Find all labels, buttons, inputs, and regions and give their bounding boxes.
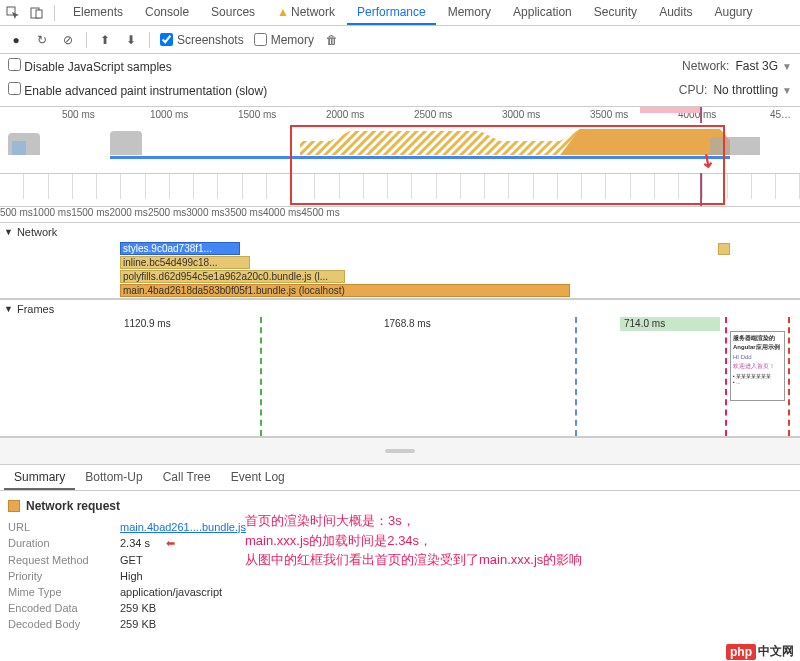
tab-console[interactable]: Console [135, 1, 199, 25]
record-button[interactable]: ● [8, 32, 24, 48]
network-item[interactable]: styles.9c0ad738f1... [120, 242, 240, 255]
detail-decoded: Decoded Body259 KB [8, 618, 792, 630]
network-swatch-icon [8, 500, 20, 512]
long-task-marker [640, 107, 700, 113]
devtools-tabs: Elements Console Sources ▲Network Perfor… [63, 1, 763, 25]
frame-time: 714.0 ms [620, 317, 720, 331]
devtools-toolbar: Elements Console Sources ▲Network Perfor… [0, 0, 800, 26]
php-logo-icon: php [726, 644, 756, 660]
details-tabs: Summary Bottom-Up Call Tree Event Log [0, 465, 800, 491]
frame-divider [260, 317, 262, 436]
divider [86, 32, 87, 48]
network-item-small[interactable] [718, 243, 730, 255]
network-item[interactable]: inline.bc54d499c18... [120, 256, 250, 269]
inspect-icon[interactable] [4, 4, 22, 22]
tab-elements[interactable]: Elements [63, 1, 133, 25]
perf-controls: ● ↻ ⊘ ⬆ ⬇ Screenshots Memory 🗑 [0, 26, 800, 54]
frame-divider [725, 317, 727, 436]
network-label: Network: [682, 59, 729, 73]
tab-network[interactable]: ▲Network [267, 1, 345, 25]
detail-priority: PriorityHigh [8, 570, 792, 582]
tab-audits[interactable]: Audits [649, 1, 702, 25]
detail-encoded: Encoded Data259 KB [8, 602, 792, 614]
perf-settings: Disable JavaScript samples Network:Fast … [0, 54, 800, 107]
frame-time: 1768.8 ms [380, 317, 435, 331]
frame-divider [575, 317, 577, 436]
reload-button[interactable]: ↻ [34, 32, 50, 48]
network-track[interactable]: styles.9c0ad738f1... inline.bc54d499c18.… [0, 241, 800, 299]
warning-icon: ▲ [277, 5, 289, 19]
highlight-box [290, 125, 725, 205]
chevron-down-icon: ▼ [782, 85, 792, 96]
network-section-header[interactable]: ▼Network [0, 223, 800, 241]
clear-button[interactable]: ⊘ [60, 32, 76, 48]
tab-performance[interactable]: Performance [347, 1, 436, 25]
tab-sources[interactable]: Sources [201, 1, 265, 25]
timeline-overview[interactable]: 500 ms 1000 ms 1500 ms 2000 ms 2500 ms 3… [0, 107, 800, 207]
tab-security[interactable]: Security [584, 1, 647, 25]
cpu-label: CPU: [679, 83, 708, 97]
frame-thumbnail[interactable]: 服务器端渲染的Angular应用示例 HI Ddd 欢迎进入首页！ ▪ 某某某某… [730, 331, 785, 401]
url-link[interactable]: main.4bad261....bundle.js [120, 521, 246, 533]
divider [54, 5, 55, 21]
device-icon[interactable] [28, 4, 46, 22]
resize-handle[interactable] [0, 437, 800, 465]
memory-checkbox[interactable]: Memory [254, 33, 314, 47]
cpu-select[interactable]: No throttling▼ [713, 83, 792, 97]
tab-augury[interactable]: Augury [704, 1, 762, 25]
chevron-down-icon: ▼ [782, 61, 792, 72]
network-item[interactable]: polyfills.d62d954c5e1a962a20c0.bundle.js… [120, 270, 345, 283]
tab-application[interactable]: Application [503, 1, 582, 25]
network-item[interactable]: main.4bad2618da583b0f05f1.bundle.js (loc… [120, 284, 570, 297]
detail-mime: Mime Typeapplication/javascript [8, 586, 792, 598]
network-select[interactable]: Fast 3G▼ [735, 59, 792, 73]
save-button[interactable]: ⬇ [123, 32, 139, 48]
tab-memory[interactable]: Memory [438, 1, 501, 25]
frame-divider [788, 317, 790, 436]
watermark: php 中文网 [726, 643, 794, 660]
frames-section-header[interactable]: ▼Frames [0, 299, 800, 317]
tab-event-log[interactable]: Event Log [221, 465, 295, 490]
frame-time: 1120.9 ms [120, 317, 175, 331]
enable-paint-checkbox[interactable]: Enable advanced paint instrumentation (s… [8, 82, 267, 98]
tab-call-tree[interactable]: Call Tree [153, 465, 221, 490]
arrow-icon: ⬅ [166, 537, 175, 550]
screenshots-checkbox[interactable]: Screenshots [160, 33, 244, 47]
chevron-down-icon: ▼ [4, 227, 13, 237]
trash-button[interactable]: 🗑 [324, 32, 340, 48]
disable-js-checkbox[interactable]: Disable JavaScript samples [8, 58, 172, 74]
load-button[interactable]: ⬆ [97, 32, 113, 48]
chevron-down-icon: ▼ [4, 304, 13, 314]
annotation-text: 首页的渲染时间大概是：3s， main.xxx.js的加载时间是2.34s， 从… [245, 511, 582, 570]
summary-panel: Network request URLmain.4bad261....bundl… [0, 491, 800, 661]
tab-summary[interactable]: Summary [4, 465, 75, 490]
frames-track[interactable]: 1120.9 ms 1768.8 ms 714.0 ms 服务器端渲染的Angu… [0, 317, 800, 437]
svg-rect-2 [36, 10, 42, 18]
time-ruler-bottom: 500 ms 1000 ms 1500 ms 2000 ms 2500 ms 3… [0, 207, 800, 223]
divider [149, 32, 150, 48]
tab-bottom-up[interactable]: Bottom-Up [75, 465, 152, 490]
